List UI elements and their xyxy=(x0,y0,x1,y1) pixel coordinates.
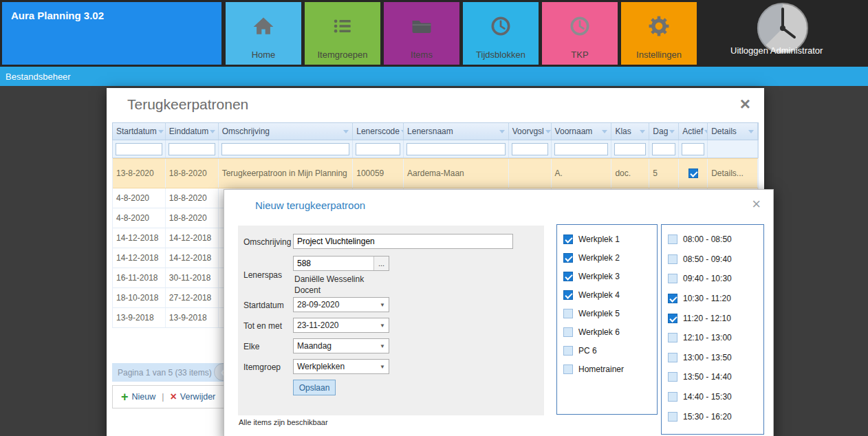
filter-input-startdatum[interactable] xyxy=(116,143,162,155)
omschrijving-input[interactable] xyxy=(293,234,513,249)
nav-label: Instellingen xyxy=(636,50,682,60)
item-item[interactable]: Werkplek 1 xyxy=(563,230,651,248)
close-icon[interactable]: × xyxy=(740,95,750,113)
timeblock-checkbox[interactable] xyxy=(668,333,677,342)
filter-icon[interactable] xyxy=(343,130,349,133)
item-checkbox[interactable] xyxy=(563,272,573,281)
column-header-lenersnaam[interactable]: Lenersnaam xyxy=(404,123,509,140)
column-header-details[interactable]: Details xyxy=(708,123,758,140)
filter-icon[interactable] xyxy=(748,130,754,133)
timeblock-checkbox[interactable] xyxy=(668,412,677,422)
timeblock-item[interactable]: 13:50 - 14:40 xyxy=(668,367,757,387)
column-header-einddatum[interactable]: Einddatum xyxy=(166,123,219,140)
nav-button-itemgroepen[interactable]: Itemgroepen xyxy=(305,2,380,65)
cell-einddatum: 30-11-2018 xyxy=(166,268,219,287)
timeblock-item[interactable]: 08:00 - 08:50 xyxy=(668,230,757,250)
filter-icon[interactable] xyxy=(158,130,164,133)
item-item[interactable]: PC 6 xyxy=(563,341,651,360)
column-header-voorvgsl[interactable]: Voorvgsl xyxy=(509,123,552,140)
item-checkbox[interactable] xyxy=(563,235,573,244)
column-header-voornaam[interactable]: Voornaam xyxy=(552,123,612,140)
filter-input-lenersnaam[interactable] xyxy=(406,143,506,155)
filter-input-omschrijving[interactable] xyxy=(221,143,350,155)
nav-button-tkp[interactable]: TKP xyxy=(542,2,618,65)
startdatum-dropdown[interactable]: 28-09-2020 ▼ xyxy=(293,297,389,312)
timeblock-checkbox[interactable] xyxy=(668,294,677,303)
filter-icon[interactable] xyxy=(499,130,505,133)
filter-icon[interactable] xyxy=(602,130,607,133)
timeblock-checkbox[interactable] xyxy=(668,254,677,264)
cell-actief xyxy=(679,159,708,188)
nav-button-items[interactable]: Items xyxy=(384,2,459,65)
timeblock-item[interactable]: 09:40 - 10:30 xyxy=(668,269,757,289)
logout-button[interactable]: Uitloggen Administrator xyxy=(721,0,868,67)
table-row[interactable]: 13-8-202018-8-2020Terugkeerpatroon in Mi… xyxy=(113,158,758,188)
delete-button-label: Verwijder xyxy=(180,392,215,402)
clock-icon xyxy=(567,11,592,41)
nav-button-tijdsblokken[interactable]: Tijdsblokken xyxy=(463,2,539,65)
item-label: Hometrainer xyxy=(578,364,624,374)
filter-icon[interactable] xyxy=(640,130,645,133)
timeblock-checkbox[interactable] xyxy=(668,392,677,402)
column-header-actief[interactable]: Actief xyxy=(679,123,708,140)
timeblock-checkbox[interactable] xyxy=(668,353,677,362)
plus-icon: + xyxy=(121,392,129,402)
column-header-startdatum[interactable]: Startdatum xyxy=(113,123,166,140)
item-checkbox[interactable] xyxy=(563,346,573,356)
browse-button[interactable]: ... xyxy=(373,257,389,270)
column-header-klas[interactable]: Klas xyxy=(611,123,649,140)
item-item[interactable]: Hometrainer xyxy=(563,360,651,378)
timeblock-checkbox[interactable] xyxy=(668,314,677,323)
timeblock-item[interactable]: 12:10 - 13:00 xyxy=(668,328,757,348)
item-item[interactable]: Werkplek 6 xyxy=(563,323,651,341)
timeblock-item[interactable]: 15:30 - 16:20 xyxy=(668,406,757,426)
item-item[interactable]: Werkplek 4 xyxy=(563,285,651,304)
cell-startdatum: 4-8-2020 xyxy=(113,208,166,228)
item-checkbox[interactable] xyxy=(563,327,573,337)
item-checkbox[interactable] xyxy=(563,309,573,318)
cell-voornaam: A. xyxy=(552,159,612,188)
lenerspas-input[interactable] xyxy=(294,257,373,270)
item-item[interactable]: Werkplek 2 xyxy=(563,248,651,267)
timeblock-item[interactable]: 14:40 - 15:30 xyxy=(668,387,757,407)
item-checkbox[interactable] xyxy=(563,364,573,374)
timeblock-item[interactable]: 10:30 - 11:20 xyxy=(668,289,757,309)
filter-input-klas[interactable] xyxy=(614,143,646,155)
timeblock-item[interactable]: 11:20 - 12:10 xyxy=(668,308,757,328)
filter-input-lenerscode[interactable] xyxy=(356,143,400,155)
delete-button[interactable]: × Verwijder xyxy=(171,392,216,402)
timeblock-item[interactable]: 13:00 - 13:50 xyxy=(668,348,757,368)
filter-icon[interactable] xyxy=(669,130,675,133)
timeblock-item[interactable]: 08:50 - 09:40 xyxy=(668,250,757,270)
item-checkbox[interactable] xyxy=(563,253,573,263)
filter-input-dag[interactable] xyxy=(652,143,675,155)
filter-input-actief[interactable] xyxy=(682,143,704,155)
column-header-label: Lenerscode xyxy=(356,127,400,136)
cell-details[interactable]: Details... xyxy=(708,159,758,188)
column-header-lenerscode[interactable]: Lenerscode xyxy=(353,123,404,140)
filter-icon[interactable] xyxy=(210,130,215,133)
cell-einddatum: 18-8-2020 xyxy=(166,159,219,188)
elke-dropdown[interactable]: Maandag ▼ xyxy=(293,338,389,353)
filter-icon[interactable] xyxy=(545,130,551,133)
save-button[interactable]: Opslaan xyxy=(293,380,336,395)
timeblock-checkbox[interactable] xyxy=(668,235,677,244)
nav-button-home[interactable]: Home xyxy=(226,2,301,65)
filter-input-voornaam[interactable] xyxy=(554,143,609,155)
new-button[interactable]: + Nieuw xyxy=(121,392,155,402)
filter-input-einddatum[interactable] xyxy=(169,143,215,155)
item-item[interactable]: Werkplek 3 xyxy=(563,267,651,285)
timeblock-checkbox[interactable] xyxy=(668,372,677,382)
item-item[interactable]: Werkplek 5 xyxy=(563,304,651,323)
nav-button-instellingen[interactable]: Instellingen xyxy=(621,2,697,65)
column-header-dag[interactable]: Dag xyxy=(649,123,679,140)
close-icon[interactable]: × xyxy=(752,195,761,213)
logout-label: Uitloggen Administrator xyxy=(730,45,823,56)
itemgroep-dropdown[interactable]: Werkplekken ▼ xyxy=(293,359,389,374)
totenmet-dropdown[interactable]: 23-11-2020 ▼ xyxy=(293,318,389,333)
actief-checkbox[interactable] xyxy=(688,168,698,178)
item-checkbox[interactable] xyxy=(563,290,573,300)
filter-input-voorvgsl[interactable] xyxy=(512,143,548,155)
column-header-omschrijving[interactable]: Omschrijving xyxy=(219,123,354,140)
timeblock-checkbox[interactable] xyxy=(668,274,677,283)
